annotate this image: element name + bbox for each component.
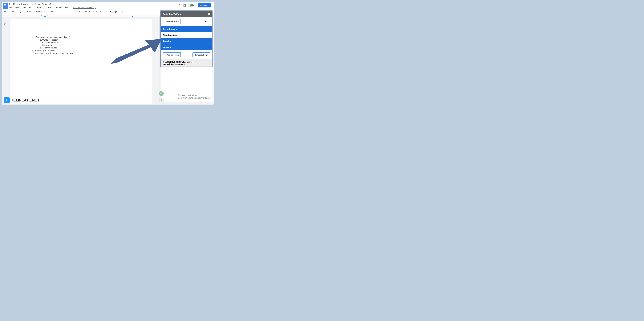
caret-down-icon: ▾ [193, 5, 194, 6]
the-questions-label: The Questions [161, 32, 212, 38]
watermark-sub: Go to Settings to activate Windows [178, 97, 210, 99]
text-color-icon[interactable]: A [95, 10, 98, 14]
template-net-logo: T TEMPLATE.NET [4, 97, 40, 103]
style-select[interactable]: Normal text▾ [36, 11, 48, 13]
font-size-value[interactable]: 11 [73, 10, 78, 13]
logo-badge: T [4, 97, 10, 103]
spellcheck-icon[interactable]: Ａ̲ [16, 10, 18, 13]
ruler-tick: 6 [94, 15, 95, 17]
align-select[interactable]: ≡ ▾ [122, 11, 124, 13]
menu-insert[interactable]: Insert [29, 7, 34, 9]
google-docs-icon[interactable] [3, 3, 8, 9]
close-icon[interactable]: ✕ [208, 13, 210, 16]
addon-top-row: Generate Form Help [161, 17, 212, 26]
zoom-select[interactable]: 100%▾ [26, 11, 33, 13]
addon-header: Better Doc To Form ✕ [161, 11, 212, 17]
doc-line: 1.) What is your favorite ice cream flav… [32, 36, 130, 38]
menu-tools[interactable]: Tools [47, 7, 51, 9]
last-edit-link[interactable]: Last edit was seconds ago [73, 7, 96, 9]
doc-line: c. Strawberry [32, 44, 130, 46]
increase-font-icon[interactable]: + [78, 10, 81, 13]
undo-icon[interactable]: ↶ [3, 10, 6, 14]
style-value: Normal text [36, 11, 46, 13]
link-icon[interactable]: ⧉ [106, 10, 108, 13]
document-page[interactable]: 1.) What is your favorite ice cream flav… [10, 19, 152, 105]
form-options-label: Form Options [163, 28, 177, 30]
chat-icon: 💬 [160, 92, 163, 95]
meet-button[interactable]: ▾ [188, 3, 195, 7]
addon-highlight-box: Better Doc To Form ✕ Generate Form Help … [160, 11, 212, 67]
menu-edit[interactable]: Edit [15, 7, 19, 9]
font-value: Arial [51, 11, 55, 13]
underline-icon[interactable]: U [92, 10, 94, 13]
caret-down-icon: ▾ [32, 11, 33, 13]
addon-footer: Can I improve this for you? Mail Me: ado… [161, 59, 212, 67]
zoom-value: 100% [26, 11, 31, 13]
activity-icon[interactable]: 〳 [178, 4, 181, 7]
comment-icon[interactable]: 💬 [110, 10, 114, 14]
form-options-bar[interactable]: Form Options + [161, 26, 212, 32]
doc-text-cursor: d. All of the flavors [40, 47, 57, 49]
doc-line: 2.) Why is it your favorite? [32, 49, 130, 52]
decrease-font-icon[interactable]: − [70, 10, 73, 13]
addon-body: Generate Form Help Form Options + The Qu… [161, 17, 212, 67]
menu-view[interactable]: View [22, 7, 26, 9]
chat-fab[interactable]: 💬 [159, 91, 164, 96]
share-button[interactable]: 🔒 Share [198, 3, 211, 8]
meet-icon [190, 4, 193, 7]
redo-icon[interactable]: ↷ [7, 10, 10, 14]
separator [24, 10, 25, 13]
footer-email-link[interactable]: adons@livefiredev.com [163, 63, 185, 65]
cloud-icon: ☁ [38, 3, 40, 6]
menu-file[interactable]: File [9, 7, 12, 9]
generate-form-button-2[interactable]: Generate Form [192, 53, 210, 58]
titlebar-right: 〳 ▤ ▾ 🔒 Share [178, 3, 212, 8]
explore-icon: ✦ [160, 99, 162, 101]
addon-side-panel: Better Doc To Form ✕ Generate Form Help … [160, 11, 212, 102]
titlebar: Ice Cream Flavors ☆ ⤴ ☁ Saved to Drive F… [2, 2, 214, 9]
outline-icon[interactable]: ▤ [3, 22, 7, 26]
left-gutter: ▤ [2, 17, 9, 104]
move-icon[interactable]: ⤴ [35, 3, 36, 6]
ruler-tick: 7 [110, 15, 110, 17]
print-icon[interactable]: 🖶 [11, 10, 15, 13]
document-title[interactable]: Ice Cream Flavors [9, 3, 30, 6]
comments-icon[interactable]: ▤ [183, 4, 186, 7]
image-icon[interactable]: 🖼 [115, 10, 118, 13]
ruler-left-indent-icon[interactable] [40, 15, 42, 16]
question-bar-1[interactable]: Question + [161, 38, 212, 44]
plus-icon: + [208, 40, 210, 42]
title-row: Ice Cream Flavors ☆ ⤴ ☁ Saved to Drive [9, 3, 177, 6]
italic-icon[interactable]: I [88, 10, 90, 13]
ruler-tick: 3 [47, 15, 48, 17]
saved-status: Saved to Drive [42, 3, 55, 5]
question-label: Question [163, 40, 172, 42]
bold-icon[interactable]: B [85, 10, 88, 13]
question-label: Question [163, 46, 172, 49]
highlight-icon[interactable]: ✎ [100, 10, 102, 14]
separator [34, 10, 35, 13]
footer-text: Can I improve this for you? Mail Me: [163, 61, 194, 63]
menu-addons[interactable]: Add-ons [54, 7, 62, 9]
plus-icon: + [208, 46, 210, 49]
separator [126, 10, 126, 13]
doc-line: d. All of the flavors [32, 47, 130, 49]
add-question-button[interactable]: + Add Question [163, 53, 181, 58]
ruler-right-indent-icon[interactable] [131, 16, 133, 17]
title-column: Ice Cream Flavors ☆ ⤴ ☁ Saved to Drive F… [9, 3, 177, 9]
ruler-first-line-indent-icon[interactable] [44, 16, 46, 17]
question-bar-2[interactable]: Question + [161, 44, 212, 51]
caret-down-icon: ▾ [47, 11, 48, 13]
help-button[interactable]: Help [202, 19, 210, 24]
menu-format[interactable]: Format [37, 7, 44, 9]
paint-format-icon[interactable]: 🖌 [20, 10, 23, 13]
app-window: Ice Cream Flavors ☆ ⤴ ☁ Saved to Drive F… [2, 2, 214, 105]
star-icon[interactable]: ☆ [31, 3, 33, 6]
lock-icon: 🔒 [200, 4, 202, 6]
font-select[interactable]: Arial▾ [51, 11, 66, 13]
generate-form-button[interactable]: Generate Form [163, 19, 180, 24]
share-label: Share [203, 4, 209, 6]
explore-fab[interactable]: ✦ [159, 98, 164, 102]
more-icon[interactable]: ⋯ [128, 10, 131, 14]
menu-help[interactable]: Help [65, 7, 69, 9]
